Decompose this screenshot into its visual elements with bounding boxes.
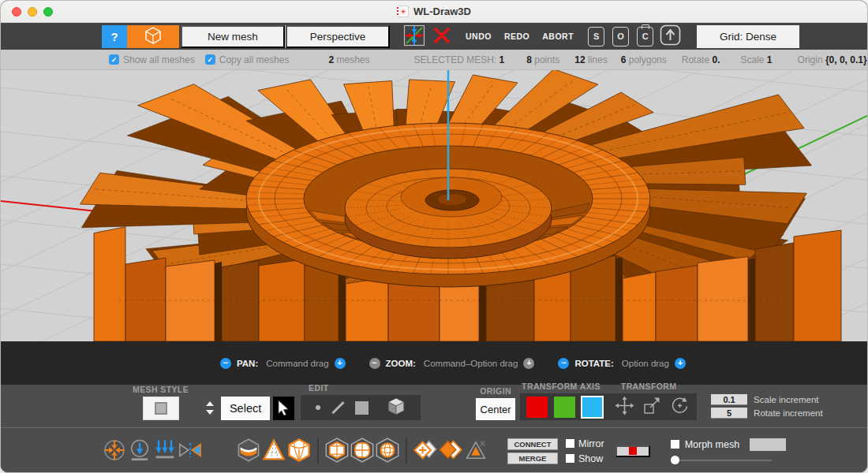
pan-plus-button[interactable]: + — [335, 358, 346, 369]
origin-center-button[interactable]: Center — [476, 398, 515, 420]
flatten-button[interactable] — [152, 438, 178, 464]
scale-increment-label: Scale increment — [754, 395, 818, 404]
transform-section: TRANSFORM AXIS TRANSFORM — [520, 382, 697, 420]
morph-slider-knob[interactable] — [671, 456, 679, 464]
cube-icon — [144, 26, 163, 47]
boxed-cube-button[interactable] — [324, 438, 350, 464]
polygon-tool-button[interactable] — [355, 401, 369, 415]
point-icon — [316, 405, 320, 410]
rotate-minus-button[interactable]: − — [558, 358, 569, 369]
navigation-bar: − PAN: Command drag + − ZOOM: Command–Op… — [1, 341, 867, 385]
selected-mesh: SELECTED MESH: 1 — [414, 54, 505, 65]
save-button[interactable]: S — [588, 27, 604, 47]
morph-target-field[interactable] — [750, 438, 786, 451]
morph-slider[interactable] — [671, 456, 772, 464]
export-button[interactable] — [660, 24, 681, 48]
rotate-group: − ROTATE: Option drag + — [558, 358, 686, 369]
turbine-mesh-scene — [1, 70, 868, 341]
zoom-plus-button[interactable]: + — [523, 358, 534, 369]
scale-increment-field[interactable]: 0.1 — [711, 394, 747, 405]
mesh-style-section: MESH STYLE — [133, 385, 189, 420]
mode-segmented-control: New mesh Perspective — [181, 25, 390, 48]
show-all-meshes-checkbox[interactable] — [109, 54, 119, 65]
viewport-3d[interactable] — [1, 70, 867, 341]
line-icon — [331, 401, 344, 414]
zoom-minus-button[interactable]: − — [369, 358, 380, 369]
new-mesh-button[interactable]: New mesh — [181, 25, 285, 48]
window-title-group: ✳ WL-Draw3D — [397, 1, 471, 22]
polygons-count: 6 polygons — [621, 54, 667, 65]
cursor-tool-button[interactable] — [273, 397, 294, 420]
undo-button[interactable]: UNDO — [466, 32, 492, 41]
boxed-rounded-cube-button[interactable] — [350, 438, 375, 464]
mirror-color-swatch — [629, 447, 637, 455]
center-pull-button[interactable] — [102, 438, 127, 464]
subdivide-pyramid-button[interactable] — [261, 438, 286, 464]
morph-mesh-checkbox[interactable] — [671, 440, 679, 449]
subdivide-pyramid-icon — [261, 438, 286, 465]
open-button[interactable]: O — [612, 27, 629, 47]
close-button[interactable] — [12, 7, 21, 17]
stepper-down-icon[interactable] — [206, 410, 214, 415]
help-button[interactable]: ? — [102, 25, 127, 48]
pan-minus-button[interactable]: − — [220, 358, 231, 369]
show-checkbox[interactable] — [566, 454, 574, 463]
origin-label: ORIGIN — [480, 386, 511, 396]
axis-y-swatch[interactable] — [554, 397, 575, 418]
center-axes-button[interactable] — [402, 24, 426, 50]
axis-x-swatch[interactable] — [526, 397, 548, 418]
mesh-style-label: MESH STYLE — [133, 385, 189, 394]
duplicate-polygon-button[interactable] — [438, 438, 463, 464]
lines-count: 12 lines — [574, 54, 607, 65]
mirror-color-field[interactable] — [615, 445, 650, 457]
zoom-window-button[interactable] — [43, 7, 53, 17]
drop-point-button[interactable] — [127, 438, 152, 464]
move-tool-button[interactable] — [614, 395, 635, 419]
connect-button[interactable]: CONNECT — [507, 438, 558, 450]
line-tool-button[interactable] — [337, 400, 339, 415]
band-cube-button[interactable] — [236, 438, 261, 464]
edit-section: EDIT — [301, 383, 421, 420]
grid-density-button[interactable]: Grid: Dense — [697, 25, 799, 48]
add-polygon-icon — [413, 438, 438, 465]
abort-button[interactable]: ABORT — [542, 32, 574, 41]
subdivide-cube-icon — [286, 438, 312, 465]
subdivide-cube-button[interactable] — [286, 438, 312, 464]
show-label: Show — [578, 453, 603, 464]
rotate-increment-field[interactable]: 5 — [711, 408, 747, 419]
add-polygon-button[interactable] — [413, 438, 438, 464]
info-strip: Show all meshes Copy all meshes 2 meshes… — [1, 50, 867, 70]
rotate-readout: Rotate 0. — [682, 54, 720, 65]
solid-tool-button[interactable] — [386, 397, 406, 419]
morph-slider-track — [671, 460, 772, 461]
new-cube-button[interactable] — [127, 25, 179, 48]
delete-button[interactable] — [431, 24, 453, 49]
mirror-show-group: Mirror Show — [566, 438, 604, 464]
redo-button[interactable]: REDO — [504, 32, 529, 41]
delete-polygon-button[interactable] — [463, 438, 488, 464]
scale-tool-button[interactable] — [642, 395, 663, 419]
style-stepper — [206, 401, 214, 420]
zoom-hint: Command–Option drag — [424, 359, 518, 368]
bottom-toolbar: CONNECT MERGE Mirror Show Morph mesh — [1, 427, 867, 473]
mirror-checkbox[interactable] — [566, 439, 574, 448]
axis-z-swatch[interactable] — [582, 397, 603, 418]
mirror-flip-button[interactable] — [178, 438, 203, 464]
rotate-tool-button[interactable] — [669, 395, 690, 419]
rotate-plus-button[interactable]: + — [675, 358, 686, 369]
select-mode-button[interactable]: Select — [221, 397, 270, 420]
point-tool-button[interactable] — [316, 405, 320, 410]
stepper-up-icon[interactable] — [206, 401, 214, 406]
merge-button[interactable]: MERGE — [507, 453, 558, 464]
app-window: ✳ WL-Draw3D ? New mesh Perspective — [0, 0, 868, 473]
mesh-count: 2 meshes — [328, 54, 369, 65]
perspective-button[interactable]: Perspective — [286, 25, 390, 48]
boxed-sphere-button[interactable] — [375, 438, 400, 464]
app-icon: ✳ — [397, 6, 409, 17]
delete-polygon-icon — [463, 438, 488, 465]
show-all-meshes-label: Show all meshes — [123, 54, 195, 65]
copy-all-meshes-checkbox[interactable] — [205, 54, 215, 65]
minimize-button[interactable] — [28, 7, 37, 17]
copy-button[interactable]: C — [637, 27, 653, 47]
mesh-style-button[interactable] — [143, 397, 179, 420]
